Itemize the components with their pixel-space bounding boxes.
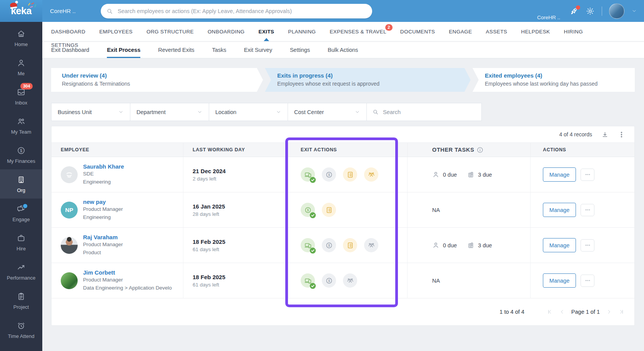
sidebar-item-time-attend[interactable]: Time Attend [0, 315, 42, 344]
keka-logo[interactable]: keka [0, 0, 42, 22]
exit-action-checklist[interactable] [343, 238, 357, 252]
download-icon[interactable] [601, 131, 609, 138]
product-name: CoreHR .. [50, 8, 96, 14]
exit-action-people[interactable] [364, 238, 378, 252]
nav-item-hiring[interactable]: HIRING [564, 22, 583, 41]
table-search[interactable] [366, 103, 482, 121]
prev-page-icon [559, 309, 565, 315]
row-kebab-button[interactable] [581, 239, 594, 252]
employee-name-link[interactable]: new pay [83, 199, 123, 205]
sidebar-item-me[interactable]: Me [0, 53, 42, 82]
status-card-1[interactable]: Under review (4)Resignations & Terminati… [51, 68, 263, 92]
exit-action-money[interactable]: $ [322, 273, 336, 288]
kebab-vertical-icon[interactable] [618, 131, 625, 138]
sidebar-item-project[interactable]: Project [0, 286, 42, 315]
exit-action-money[interactable]: $ [322, 167, 336, 182]
money-icon: $ [325, 242, 333, 249]
nav-item-helpdesk[interactable]: HELPDESK [521, 22, 550, 41]
nav-item-settings-overflow[interactable]: SETTINGS [51, 42, 78, 48]
employee-cell: Raj VarahamProduct ManagerProduct [52, 228, 183, 263]
manage-button[interactable]: Manage [543, 273, 576, 288]
prev-page-icon[interactable] [559, 309, 565, 315]
manage-button[interactable]: Manage [543, 203, 576, 217]
row-kebab-button[interactable] [581, 169, 594, 181]
nav-item-assets[interactable]: ASSETS [486, 22, 508, 41]
nav-item-planning[interactable]: PLANNING [288, 22, 316, 41]
manage-button[interactable]: Manage [543, 238, 576, 252]
filter-business-unit[interactable]: Business Unit [51, 103, 130, 121]
exit-action-devices[interactable] [301, 238, 315, 252]
first-page-icon[interactable] [547, 309, 553, 315]
status-card-desc: Employees whose last working day has pas… [485, 81, 635, 87]
last-page-icon[interactable] [618, 309, 624, 315]
status-card-2[interactable]: Exits in progress (4)Employees whose exi… [265, 68, 471, 92]
nav-item-label: DOCUMENTS [400, 29, 435, 35]
user-avatar[interactable] [609, 3, 624, 19]
status-card-3[interactable]: Exited employees (4)Employees whose last… [473, 68, 635, 92]
exit-action-people[interactable] [343, 273, 357, 288]
inbox-icon-wrap: 304 [17, 88, 26, 97]
global-search-input[interactable] [117, 8, 367, 15]
filter-location[interactable]: Location [209, 103, 288, 121]
manage-button[interactable]: Manage [543, 167, 576, 182]
nav-item-employees[interactable]: EMPLOYEES [99, 22, 133, 41]
employee-avatar: NP [61, 202, 78, 219]
exit-action-money[interactable]: $ [322, 238, 336, 252]
gear-icon[interactable] [586, 7, 595, 16]
global-search[interactable] [101, 4, 372, 18]
check-badge-icon [310, 247, 316, 254]
sidebar-item-label: Home [15, 41, 28, 47]
filter-cost-center[interactable]: Cost Center [288, 103, 366, 121]
subtab-label: Bulk Actions [328, 47, 358, 53]
header-actions: CoreHR .. [537, 0, 644, 22]
rocket-icon[interactable] [569, 7, 579, 16]
employee-name-link[interactable]: Saurabh Khare [83, 163, 124, 170]
exit-action-checklist[interactable] [322, 203, 336, 217]
last-page-icon [618, 309, 624, 315]
info-icon[interactable] [476, 146, 484, 154]
sidebar-item-my-finances[interactable]: $My Finances [0, 140, 42, 169]
nav-item-dashboard[interactable]: DASHBOARD [51, 22, 85, 41]
subtab-tasks[interactable]: Tasks [212, 41, 226, 58]
table-search-input[interactable] [382, 109, 476, 116]
exit-action-checklist[interactable] [343, 167, 357, 182]
days-left: 61 days left [193, 282, 225, 288]
employee-name-link[interactable]: Raj Varaham [83, 234, 123, 240]
subtab-settings[interactable]: Settings [290, 41, 310, 58]
sidebar-item-home[interactable]: Home [0, 23, 42, 53]
exit-action-devices[interactable] [301, 273, 315, 288]
nav-item-engage[interactable]: ENGAGE [449, 22, 472, 41]
nav-item-onboarding[interactable]: ONBOARDING [208, 22, 245, 41]
nav-item-label: ASSETS [486, 29, 508, 35]
subtab-exit-survey[interactable]: Exit Survey [244, 41, 272, 58]
confetti-icon [28, 3, 36, 9]
exit-action-devices[interactable] [301, 167, 315, 182]
content: Under review (4)Resignations & Terminati… [42, 58, 644, 351]
sidebar-item-partial[interactable] [0, 344, 42, 351]
nav-item-org-structure[interactable]: ORG STRUCTURE [146, 22, 194, 41]
subtab-exit-process[interactable]: Exit Process [107, 41, 140, 58]
sidebar-item-my-team[interactable]: My Team [0, 111, 42, 140]
subtab-bulk-actions[interactable]: Bulk Actions [328, 41, 358, 58]
nav-item-exits[interactable]: EXITS [258, 22, 274, 41]
exit-action-money[interactable]: $ [301, 203, 315, 217]
row-kebab-button[interactable] [581, 275, 594, 287]
column-header-actions: ACTIONS [530, 143, 634, 157]
sidebar-item-performance[interactable]: Performance [0, 257, 42, 286]
exit-action-people[interactable] [364, 167, 378, 182]
sidebar-item-engage[interactable]: Engage [0, 199, 42, 228]
row-kebab-button[interactable] [581, 204, 594, 216]
lwd-wrap: 18 Feb 202561 days left [193, 274, 225, 288]
sidebar-item-label: Hire [17, 246, 26, 252]
employee-name-link[interactable]: Jim Corbett [83, 269, 172, 276]
profile-chevron-down-icon[interactable] [631, 8, 637, 14]
nav-item-documents[interactable]: DOCUMENTS [400, 22, 435, 41]
sidebar-item-hire[interactable]: Hire [0, 228, 42, 257]
sidebar-item-org[interactable]: Org [0, 169, 42, 199]
filter-department[interactable]: Department [130, 103, 209, 121]
sidebar-item-inbox[interactable]: 304Inbox [0, 82, 42, 111]
other-tasks-cell: 0 due3 due [407, 228, 530, 263]
nav-item-expenses-travel[interactable]: EXPENSES & TRAVEL2 [329, 22, 386, 41]
next-page-icon[interactable] [606, 309, 612, 315]
subtab-reverted-exits[interactable]: Reverted Exits [158, 41, 194, 58]
